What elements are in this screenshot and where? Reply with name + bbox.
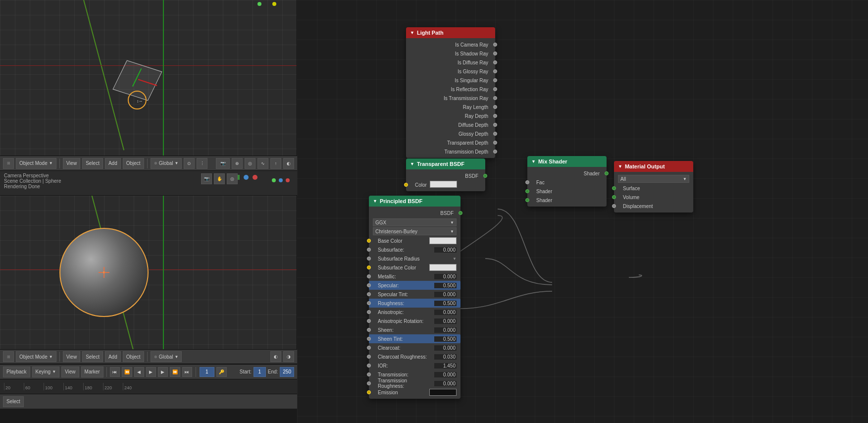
principled-title: Principled BSDF — [380, 198, 422, 204]
select-menu-bottom[interactable]: Select — [82, 351, 103, 362]
select-icon2[interactable]: ◎ — [227, 173, 238, 184]
overlay-btn-bottom[interactable]: ◐ — [270, 351, 281, 362]
subsurface-color-swatch[interactable] — [429, 264, 457, 271]
principled-header[interactable]: ▼ Principled BSDF — [369, 196, 460, 207]
roughness-value[interactable]: 0.500 — [434, 301, 457, 306]
node-transparent-bsdf[interactable]: ▼ Transparent BSDF BSDF Color — [406, 159, 485, 191]
anisotropic-value[interactable]: 0.000 — [434, 310, 457, 315]
node-mix-shader[interactable]: ▼ Mix Shader Shader Fac Shader Shader — [527, 156, 607, 207]
shader2-label: Shader — [536, 198, 552, 203]
mode-icon: ⊞ — [3, 158, 14, 169]
jump-end-btn[interactable]: ⏭ — [182, 367, 192, 377]
ggx-dropdown[interactable]: GGX ▼ — [373, 218, 457, 226]
socket-bsdf-out — [483, 174, 487, 178]
viewport-shading1[interactable]: ◐ — [283, 158, 294, 169]
sheen-value[interactable]: 0.000 — [434, 327, 457, 333]
proportional-btn[interactable]: ◎ — [245, 158, 255, 169]
gizmo-btn[interactable]: ⊕ — [232, 158, 243, 169]
bsdf-out-label: BSDF — [410, 173, 481, 179]
christensen-dropdown[interactable]: Christensen-Burley ▼ — [373, 227, 457, 235]
material-output-header[interactable]: ▼ Material Output — [614, 161, 693, 172]
sheen-tint-value[interactable]: 0.500 — [434, 336, 457, 342]
transform-dropdown-bottom[interactable]: ⊕ Global ▼ — [151, 351, 182, 362]
grab-icon[interactable]: ✋ — [214, 173, 225, 184]
specular-value[interactable]: 0.500 — [434, 283, 457, 288]
subsurface-value[interactable]: 0.000 — [434, 247, 457, 253]
collapse-arrow-m[interactable]: ▼ — [531, 159, 536, 164]
step-back-btn[interactable]: ◀ — [134, 367, 144, 377]
node-material-output[interactable]: ▼ Material Output All ▼ Surface Volume D… — [614, 161, 693, 212]
transparent-header[interactable]: ▼ Transparent BSDF — [406, 159, 485, 169]
anisotropic-rotation-value[interactable]: 0.000 — [434, 318, 457, 324]
current-frame[interactable]: 1 — [200, 367, 214, 377]
transmission-ray-label: Is Transmission Ray — [410, 96, 491, 101]
viewport-top[interactable]: ↕↔ — [0, 0, 297, 156]
prev-keyframe-btn[interactable]: ⏪ — [122, 367, 132, 377]
playback-menu[interactable]: Playback — [3, 367, 30, 377]
play-btn[interactable]: ▶ — [146, 367, 156, 377]
socket-surface-in — [612, 186, 616, 190]
collapse-arrow-p[interactable]: ▼ — [373, 199, 377, 204]
pivot-btn[interactable]: ⊙ — [184, 158, 195, 169]
emission-swatch[interactable] — [429, 389, 457, 396]
snap-icon[interactable]: ⋮ — [197, 158, 207, 169]
add-menu-bottom[interactable]: Add — [105, 351, 121, 362]
base-color-swatch[interactable] — [429, 237, 457, 244]
transmission-value[interactable]: 0.000 — [434, 372, 457, 377]
overlay-btn[interactable]: 📷 — [216, 158, 230, 169]
socket-anisotropic-rotation — [367, 319, 371, 323]
end-frame[interactable]: 250 — [280, 367, 294, 377]
viewport-nav-y[interactable] — [244, 175, 249, 180]
select-btn-status[interactable]: Select — [3, 396, 24, 407]
socket-transparent-depth — [493, 141, 497, 145]
mix-shader-header[interactable]: ▼ Mix Shader — [527, 156, 607, 167]
socket-color-in — [404, 183, 408, 187]
shading-btn-bottom[interactable]: ◑ — [283, 351, 294, 362]
collapse-arrow-t[interactable]: ▼ — [410, 161, 414, 166]
row-glossy-ray: Is Glossy Ray — [406, 67, 495, 76]
collapse-arrow[interactable]: ▼ — [410, 30, 414, 35]
node-light-path[interactable]: ▼ Light Path Is Camera Ray Is Shadow Ray… — [406, 27, 495, 158]
view-menu-bottom[interactable]: View — [63, 351, 81, 362]
jump-start-btn[interactable]: ⏮ — [110, 367, 120, 377]
overlay-icon[interactable]: 📷 — [201, 173, 212, 184]
node-principled-bsdf[interactable]: ▼ Principled BSDF BSDF GGX ▼ Christensen… — [369, 196, 460, 399]
start-frame[interactable]: 1 — [254, 367, 266, 377]
keyframe-btn[interactable]: 🔑 — [216, 367, 227, 377]
marker-menu[interactable]: Marker — [81, 367, 103, 377]
object-menu[interactable]: Object — [123, 158, 144, 169]
collapse-arrow-mo[interactable]: ▼ — [618, 164, 622, 169]
select-menu[interactable]: Select — [82, 158, 103, 169]
metallic-value[interactable]: 0.000 — [434, 274, 457, 279]
view-menu[interactable]: View — [63, 158, 81, 169]
socket-ior — [367, 364, 371, 368]
row-sheen-tint: Sheen Tint: 0.500 — [369, 334, 460, 343]
row-bsdf-out: BSDF — [406, 171, 485, 180]
specular-tint-value[interactable]: 0.000 — [434, 292, 457, 297]
clearcoat-value[interactable]: 0.000 — [434, 345, 457, 351]
orient-btn[interactable]: ↑ — [270, 158, 281, 169]
add-menu[interactable]: Add — [105, 158, 121, 169]
socket-specular-tint — [367, 292, 371, 296]
snap-btn[interactable]: ∿ — [257, 158, 268, 169]
viewport-nav-z[interactable] — [253, 175, 257, 180]
shader-out-label: Shader — [531, 171, 603, 176]
view-timeline-menu[interactable]: View — [61, 367, 79, 377]
keying-menu[interactable]: Keying ▼ — [32, 367, 60, 377]
object-menu-bottom[interactable]: Object — [123, 351, 144, 362]
ior-value[interactable]: 1.450 — [434, 363, 457, 369]
color-swatch[interactable] — [430, 181, 457, 188]
clearcoat-roughness-value[interactable]: 0.030 — [434, 354, 457, 360]
light-path-header[interactable]: ▼ Light Path — [406, 27, 495, 38]
socket-transmission — [367, 372, 371, 376]
node-editor[interactable]: ▼ Light Path Is Camera Ray Is Shadow Ray… — [297, 0, 868, 423]
all-dropdown[interactable]: All ▼ — [618, 175, 689, 183]
transform-dropdown[interactable]: ⊕ Global ▼ — [151, 158, 182, 169]
object-mode-dropdown[interactable]: Object Mode ▼ — [16, 158, 56, 169]
object-mode-dropdown-bottom[interactable]: Object Mode ▼ — [16, 351, 56, 362]
step-forward-btn[interactable]: ▶ — [158, 367, 168, 377]
transmission-roughness-value[interactable]: 0.000 — [434, 381, 457, 386]
info-top: Camera Perspective Scene Collection | Sp… — [0, 171, 297, 196]
viewport-bottom[interactable] — [0, 196, 297, 349]
next-keyframe-btn[interactable]: ⏩ — [170, 367, 180, 377]
